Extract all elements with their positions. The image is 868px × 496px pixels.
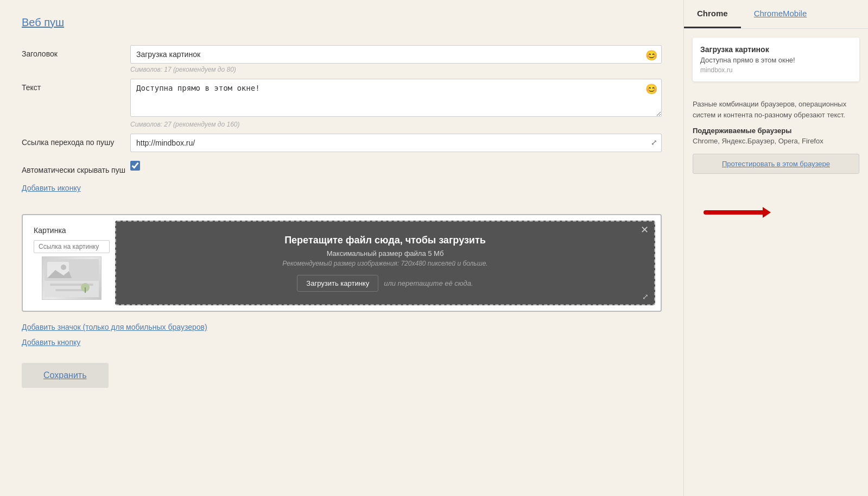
upload-button[interactable]: Загрузить картинку: [297, 275, 378, 292]
add-icon-link[interactable]: Добавить иконку: [22, 184, 81, 192]
info-section: Разные комбинации браузеров, операционны…: [684, 90, 868, 183]
text-input[interactable]: Доступна прямо в этом окне!: [130, 79, 662, 117]
supported-title: Поддерживаемые браузеры: [693, 127, 859, 135]
preview-box: Загрузка картинок Доступна прямо в этом …: [693, 37, 859, 81]
drag-close-button[interactable]: ✕: [641, 225, 649, 235]
text-label: Текст: [22, 79, 130, 92]
drag-or-text: или перетащите её сюда.: [384, 279, 473, 287]
drag-expand-button[interactable]: ⤢: [642, 292, 649, 301]
save-button[interactable]: Сохранить: [22, 363, 109, 388]
title-emoji-button[interactable]: 😊: [645, 49, 657, 61]
title-label: Заголовок: [22, 45, 130, 58]
image-thumbnail: [42, 256, 102, 300]
auto-hide-checkbox[interactable]: [130, 161, 140, 171]
svg-rect-8: [85, 287, 86, 293]
red-arrow: [700, 204, 771, 221]
tab-chrome[interactable]: Chrome: [684, 0, 741, 28]
title-input[interactable]: [130, 45, 662, 64]
add-button-link[interactable]: Добавить кнопку: [22, 338, 662, 347]
image-section: Картинка: [22, 214, 662, 312]
test-button[interactable]: Протестировать в этом браузере: [693, 154, 859, 174]
url-label: Ссылка перехода по пушу: [22, 134, 130, 147]
tab-chrome-mobile[interactable]: ChromeMobile: [741, 0, 820, 28]
text-emoji-button[interactable]: 😊: [645, 83, 657, 95]
svg-point-2: [61, 265, 66, 270]
tabs-header: Chrome ChromeMobile: [684, 0, 868, 29]
info-text: Разные комбинации браузеров, операционны…: [693, 99, 859, 120]
arrow-container: [684, 183, 868, 221]
drag-subtitle: Максимальный размер файла 5 Мб: [327, 249, 444, 258]
add-badge-link[interactable]: Добавить значок (только для мобильных бр…: [22, 323, 662, 331]
preview-text: Доступна прямо в этом окне!: [700, 56, 852, 64]
drag-drop-overlay: ✕ Перетащите файл сюда, чтобы загрузить …: [115, 221, 655, 305]
title-char-hint: Символов: 17 (рекомендуем до 80): [130, 66, 662, 73]
url-expand-button[interactable]: ⤢: [651, 138, 657, 147]
url-input[interactable]: [130, 134, 662, 152]
page-title[interactable]: Веб пуш: [22, 16, 662, 29]
supported-browsers: Chrome, Яндекс.Браузер, Opera, Firefox: [693, 137, 859, 145]
auto-hide-label: Автоматически скрывать пуш: [22, 161, 130, 175]
drag-title: Перетащите файл сюда, чтобы загрузить: [284, 235, 486, 246]
preview-url: mindbox.ru: [700, 66, 852, 74]
text-char-hint: Символов: 27 (рекомендуем до 160): [130, 121, 662, 128]
thumbnail-svg: [45, 259, 99, 297]
preview-title: Загрузка картинок: [700, 45, 852, 54]
svg-marker-10: [763, 207, 771, 218]
drag-hint: Рекомендуемый размер изображения: 720x48…: [282, 260, 487, 267]
image-url-input[interactable]: [34, 240, 110, 253]
